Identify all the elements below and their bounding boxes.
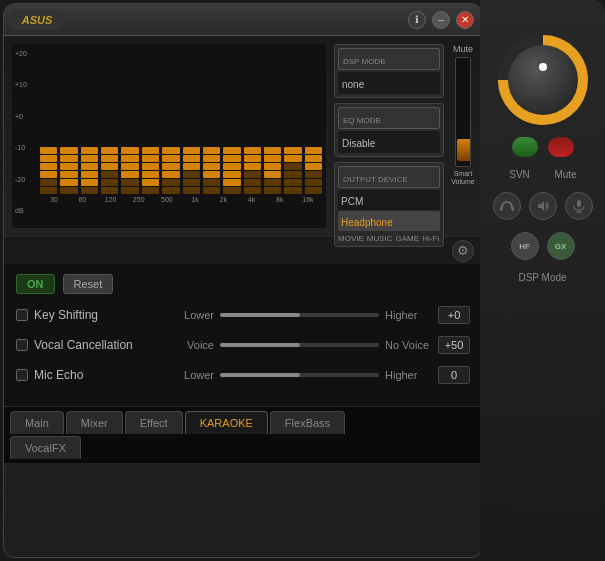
eq-mode-value: Disable bbox=[342, 138, 375, 149]
dsp-mode-panel: DSP MODE none bbox=[334, 44, 444, 98]
key-shifting-checkbox[interactable] bbox=[16, 309, 28, 321]
mic-echo-label: Mic Echo bbox=[34, 368, 83, 382]
karaoke-section: ON Reset Key Shifting Lower Higher +0 Vo… bbox=[4, 264, 482, 406]
asus-logo: ASUS bbox=[12, 10, 62, 30]
eq-bar-8 bbox=[183, 50, 200, 194]
eq-bar-6 bbox=[142, 50, 159, 194]
main-window: ASUS ℹ – ✕ +20 +10 +0 -10 -20 dB bbox=[3, 3, 483, 558]
vocal-cancellation-checkbox[interactable] bbox=[16, 339, 28, 351]
eq-bar-9 bbox=[203, 50, 220, 194]
mute-slider[interactable] bbox=[455, 57, 471, 167]
key-shifting-slider[interactable] bbox=[220, 313, 379, 317]
preset-buttons: MOVIE MUSIC GAME Hi-Fi bbox=[338, 234, 440, 243]
tab-vocalfx[interactable]: VocalFX bbox=[10, 436, 81, 459]
mic-echo-row: Mic Echo Lower Higher 0 bbox=[16, 366, 470, 384]
preset-game[interactable]: GAME bbox=[396, 234, 420, 243]
mute-side-label: Mute bbox=[550, 169, 582, 180]
mute-label: Mute bbox=[453, 44, 473, 54]
smart-volume-label: SmartVolume bbox=[451, 170, 474, 187]
preset-movie[interactable]: MOVIE bbox=[338, 234, 364, 243]
mic-echo-checkbox[interactable] bbox=[16, 369, 28, 381]
tab-karaoke[interactable]: KARAOKE bbox=[185, 411, 268, 434]
dsp-mode-side-label: DSP Mode bbox=[518, 272, 566, 283]
key-shifting-value: +0 bbox=[438, 306, 470, 324]
vocal-lower: Voice bbox=[169, 339, 214, 351]
tab-effect[interactable]: Effect bbox=[125, 411, 183, 434]
speaker-icon-button[interactable] bbox=[529, 192, 557, 220]
mic-icon-button[interactable] bbox=[565, 192, 593, 220]
title-bar: ASUS ℹ – ✕ bbox=[4, 4, 482, 36]
tab-mixer[interactable]: Mixer bbox=[66, 411, 123, 434]
settings-button[interactable]: ⚙ bbox=[452, 240, 474, 262]
side-icon-row bbox=[493, 192, 593, 220]
dsp-mode-value: none bbox=[342, 79, 364, 90]
equalizer-section: +20 +10 +0 -10 -20 dB bbox=[4, 36, 482, 236]
mute-slider-thumb bbox=[457, 139, 471, 161]
output-device-pcm: PCM bbox=[341, 196, 363, 207]
eq-bar-12 bbox=[264, 50, 281, 194]
volume-knob-container bbox=[498, 35, 588, 125]
tabs-row: Main Mixer Effect KARAOKE FlexBass bbox=[4, 407, 482, 434]
mute-button[interactable] bbox=[548, 137, 574, 157]
info-button[interactable]: ℹ bbox=[408, 11, 426, 29]
dsp-mode-label: DSP MODE bbox=[343, 57, 386, 66]
svn-button[interactable] bbox=[512, 137, 538, 157]
karaoke-controls-bar: ON Reset bbox=[16, 274, 470, 294]
svn-label: SVN bbox=[504, 169, 536, 180]
svg-rect-3 bbox=[577, 200, 581, 207]
gx-button[interactable]: GX bbox=[547, 232, 575, 260]
vocal-cancellation-row: Vocal Cancellation Voice No Voice +50 bbox=[16, 336, 470, 354]
mic-echo-slider[interactable] bbox=[220, 373, 379, 377]
mic-echo-value: 0 bbox=[438, 366, 470, 384]
key-shifting-label: Key Shifting bbox=[34, 308, 98, 322]
vocal-cancellation-value: +50 bbox=[438, 336, 470, 354]
svg-rect-0 bbox=[500, 207, 503, 211]
vocal-higher: No Voice bbox=[385, 339, 430, 351]
eq-mode-panel: EQ MODE Disable bbox=[334, 103, 444, 157]
mute-slider-area: Mute SmartVolume bbox=[452, 44, 474, 228]
tab-flexbass[interactable]: FlexBass bbox=[270, 411, 345, 434]
hf-gx-row: HF GX bbox=[511, 232, 575, 260]
tabs-row-2: VocalFX bbox=[4, 434, 482, 463]
mic-echo-lower: Lower bbox=[169, 369, 214, 381]
key-shifting-lower: Lower bbox=[169, 309, 214, 321]
output-device-panel: OUTPUT DEVICE PCM Headphone MOVIE MUSIC … bbox=[334, 162, 444, 247]
svg-rect-1 bbox=[511, 207, 514, 211]
eq-right-panels: DSP MODE none EQ MODE Disable OUTPUT DEV… bbox=[334, 44, 444, 228]
tabs-container: Main Mixer Effect KARAOKE FlexBass Vocal… bbox=[4, 406, 482, 463]
headphone-icon-button[interactable] bbox=[493, 192, 521, 220]
eq-bar-5 bbox=[121, 50, 138, 194]
right-side-panel: SVN Mute H bbox=[480, 0, 605, 561]
freq-labels: 30 60 120 250 500 1k 2k 4k 8k 16k bbox=[40, 196, 322, 203]
eq-display: +20 +10 +0 -10 -20 dB bbox=[12, 44, 326, 228]
eq-bar-3 bbox=[81, 50, 98, 194]
key-shifting-row: Key Shifting Lower Higher +0 bbox=[16, 306, 470, 324]
svn-mute-buttons bbox=[512, 137, 574, 157]
output-device-label: OUTPUT DEVICE bbox=[343, 175, 408, 184]
mic-echo-higher: Higher bbox=[385, 369, 430, 381]
eq-bar-1 bbox=[40, 50, 57, 194]
knob-indicator bbox=[539, 63, 547, 71]
eq-bar-11 bbox=[244, 50, 261, 194]
output-device-headphone: Headphone bbox=[341, 217, 393, 228]
on-button[interactable]: ON bbox=[16, 274, 55, 294]
volume-knob-inner[interactable] bbox=[508, 45, 578, 115]
preset-hifi[interactable]: Hi-Fi bbox=[422, 234, 439, 243]
reset-button[interactable]: Reset bbox=[63, 274, 114, 294]
eq-bar-10 bbox=[223, 50, 240, 194]
svn-mute-labels: SVN Mute bbox=[504, 169, 582, 180]
tab-main[interactable]: Main bbox=[10, 411, 64, 434]
preset-music[interactable]: MUSIC bbox=[367, 234, 393, 243]
close-button[interactable]: ✕ bbox=[456, 11, 474, 29]
eq-bar-2 bbox=[60, 50, 77, 194]
eq-mode-label: EQ MODE bbox=[343, 116, 381, 125]
minimize-button[interactable]: – bbox=[432, 11, 450, 29]
eq-bars bbox=[40, 50, 322, 194]
vocal-cancellation-label: Vocal Cancellation bbox=[34, 338, 133, 352]
settings-icon: ⚙ bbox=[457, 243, 469, 258]
volume-knob-ring[interactable] bbox=[498, 35, 588, 125]
db-labels: +20 +10 +0 -10 -20 dB bbox=[15, 50, 27, 214]
hf-button[interactable]: HF bbox=[511, 232, 539, 260]
eq-bar-13 bbox=[284, 50, 301, 194]
vocal-cancellation-slider[interactable] bbox=[220, 343, 379, 347]
